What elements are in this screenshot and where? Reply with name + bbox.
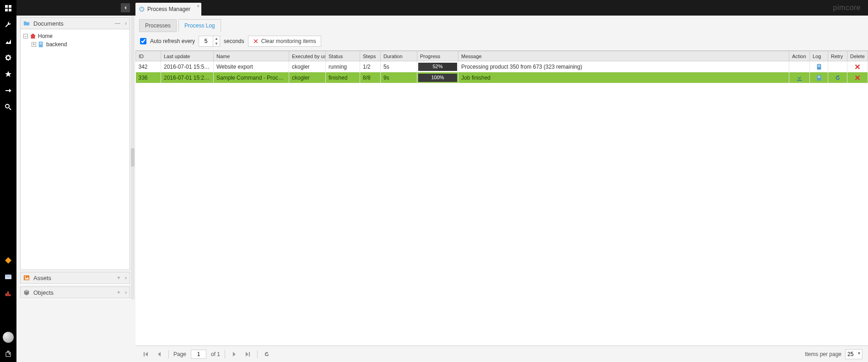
col-steps[interactable]: Steps: [360, 51, 381, 61]
panel-assets-title: Assets: [33, 275, 51, 281]
star-icon[interactable]: [0, 66, 16, 82]
refresh-interval-input[interactable]: [199, 38, 213, 44]
sidebar-collapse-button[interactable]: [121, 3, 130, 12]
arrow-right-icon[interactable]: [0, 82, 16, 99]
panel-assets-header[interactable]: Assets + ›: [20, 272, 130, 284]
delete-icon[interactable]: [854, 75, 861, 81]
log-icon[interactable]: [816, 64, 822, 70]
tab-processes[interactable]: Processes: [139, 19, 177, 32]
retry-icon[interactable]: [835, 75, 841, 81]
col-retry[interactable]: Retry: [828, 51, 847, 61]
splitter-handle[interactable]: [131, 16, 135, 299]
chevron-right-icon[interactable]: ›: [125, 275, 127, 281]
panel-objects-header[interactable]: Objects + ›: [20, 286, 130, 298]
svg-rect-11: [40, 43, 42, 43]
delete-cell[interactable]: [847, 61, 868, 72]
add-icon[interactable]: +: [117, 275, 120, 281]
cell: 1/2: [360, 61, 381, 72]
tab-process-log[interactable]: Process Log: [178, 19, 221, 32]
chevron-right-icon[interactable]: ›: [125, 289, 127, 296]
svg-rect-23: [818, 77, 820, 78]
cell: running: [326, 61, 360, 72]
col-log[interactable]: Log: [810, 51, 828, 61]
col-duration[interactable]: Duration: [381, 51, 417, 61]
gear-icon[interactable]: [0, 49, 16, 66]
topbar: Process Manager × pimcore: [16, 0, 868, 16]
col-id[interactable]: ID: [136, 51, 161, 61]
minimize-icon[interactable]: —: [115, 20, 120, 27]
panel-documents: Documents — › − Home + backend: [20, 17, 130, 270]
next-page-button[interactable]: [230, 350, 239, 359]
col-status[interactable]: Status: [326, 51, 360, 61]
auto-refresh-checkbox[interactable]: [140, 38, 146, 44]
mail-icon[interactable]: [0, 269, 16, 285]
panel-assets: Assets + ›: [20, 272, 130, 285]
svg-rect-7: [7, 292, 9, 296]
delete-cell[interactable]: [847, 72, 868, 83]
col-name[interactable]: Name: [214, 51, 289, 61]
items-per-page-select[interactable]: 25: [845, 349, 863, 359]
col-progress[interactable]: Progress: [417, 51, 458, 61]
main-area: Processes Process Log Auto refresh every…: [135, 16, 868, 362]
brand-logo: pimcore: [833, 4, 861, 12]
main-tab-process-manager[interactable]: Process Manager ×: [135, 3, 201, 16]
table-row[interactable]: 3362016-07-01 15:27:15Sample Command - P…: [136, 72, 868, 83]
tree-node-backend[interactable]: + backend: [22, 40, 128, 49]
home-icon: [30, 33, 36, 39]
diamond-icon[interactable]: [0, 252, 16, 269]
retry-cell[interactable]: [828, 61, 847, 72]
page-icon: [38, 41, 44, 48]
close-icon[interactable]: ×: [197, 4, 199, 9]
panel-documents-header[interactable]: Documents — ›: [20, 17, 130, 29]
col-action[interactable]: Action: [789, 51, 810, 61]
logout-icon[interactable]: [0, 346, 16, 362]
panel-objects: Objects + ›: [20, 286, 130, 299]
refresh-button[interactable]: [262, 350, 271, 359]
wrench-icon[interactable]: [0, 16, 16, 33]
col-message[interactable]: Message: [458, 51, 789, 61]
spinner-up-icon[interactable]: ▲: [213, 36, 220, 41]
tree-label: backend: [46, 41, 67, 48]
image-icon: [23, 275, 30, 281]
spinner-down-icon[interactable]: ▼: [213, 41, 220, 46]
seconds-label: seconds: [224, 38, 244, 44]
chevron-right-icon[interactable]: ›: [125, 20, 127, 27]
log-cell[interactable]: [810, 61, 828, 72]
items-per-page-label: Items per page: [805, 351, 841, 357]
prev-page-button[interactable]: [155, 350, 164, 359]
svg-rect-1: [9, 5, 11, 8]
log-icon[interactable]: [816, 75, 822, 81]
panel-objects-title: Objects: [33, 289, 54, 296]
first-page-button[interactable]: [141, 350, 150, 359]
cell: 5s: [381, 61, 417, 72]
collapse-toggle-icon[interactable]: −: [23, 34, 28, 38]
col-executed-by[interactable]: Executed by user: [289, 51, 326, 61]
refresh-interval-spinner[interactable]: ▲▼: [199, 36, 220, 47]
delete-icon[interactable]: [854, 64, 861, 70]
user-avatar[interactable]: [3, 332, 14, 343]
x-icon: [253, 38, 259, 44]
dashboard-icon[interactable]: [0, 0, 16, 16]
col-last-update[interactable]: Last update: [161, 51, 214, 61]
svg-rect-14: [24, 276, 29, 281]
expand-toggle-icon[interactable]: +: [32, 42, 36, 47]
action-cell[interactable]: [789, 61, 810, 72]
last-page-button[interactable]: [243, 350, 253, 359]
barchart-icon[interactable]: [0, 285, 16, 302]
action-cell[interactable]: [789, 72, 810, 83]
table-row[interactable]: 3422016-07-01 15:50:07Website exportckog…: [136, 61, 868, 72]
add-icon[interactable]: +: [117, 289, 120, 296]
col-delete[interactable]: Delete: [847, 51, 868, 61]
tree-node-home[interactable]: − Home: [22, 32, 128, 40]
retry-cell[interactable]: [828, 72, 847, 83]
cell: 336: [136, 72, 161, 83]
cell: 342: [136, 61, 161, 72]
page-input[interactable]: [191, 350, 206, 359]
download-icon[interactable]: [796, 75, 803, 81]
progress-cell: 52%: [417, 61, 458, 72]
search-icon[interactable]: [0, 99, 16, 115]
log-cell[interactable]: [810, 72, 828, 83]
grid-header-row: ID Last update Name Executed by user Sta…: [136, 51, 868, 61]
chart-icon[interactable]: [0, 33, 16, 49]
clear-monitoring-button[interactable]: Clear monitoring items: [248, 36, 321, 47]
